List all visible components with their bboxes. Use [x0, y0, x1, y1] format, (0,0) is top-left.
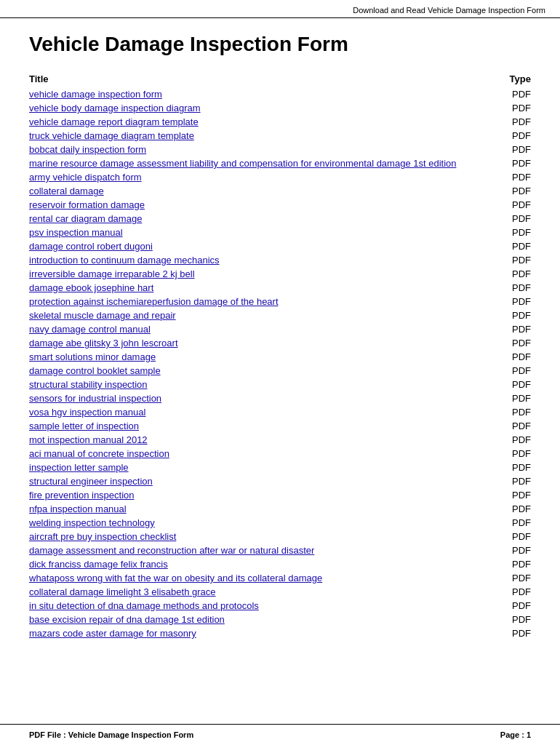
result-link[interactable]: collateral damage limelight 3 elisabeth …: [29, 586, 216, 597]
table-cell-type: PDF: [502, 378, 531, 391]
result-link[interactable]: nfpa inspection manual: [29, 503, 127, 514]
footer: PDF File : Vehicle Damage Inspection For…: [0, 724, 560, 745]
table-cell-title: mazars code aster damage for masonry: [29, 626, 502, 640]
result-link[interactable]: mot inspection manual 2012: [29, 434, 148, 445]
result-link[interactable]: irreversible damage irreparable 2 kj bel…: [29, 268, 195, 279]
result-link[interactable]: damage abe glitsky 3 john lescroart: [29, 338, 178, 348]
table-row: psv inspection manualPDF: [29, 226, 531, 239]
result-link[interactable]: whataposs wrong with fat the war on obes…: [29, 573, 322, 583]
table-row: damage ebook josephine hartPDF: [29, 281, 531, 295]
result-link[interactable]: sensors for industrial inspection: [29, 393, 161, 404]
table-cell-type: PDF: [502, 599, 531, 613]
results-table: Title Type vehicle damage inspection for…: [29, 71, 531, 640]
table-cell-type: PDF: [502, 198, 531, 212]
table-cell-type: PDF: [502, 295, 531, 308]
table-cell-type: PDF: [502, 474, 531, 488]
table-cell-title: introduction to continuum damage mechani…: [29, 253, 502, 267]
result-link[interactable]: collateral damage: [29, 186, 104, 196]
table-cell-title: damage ebook josephine hart: [29, 281, 502, 295]
table-cell-title: protection against ischemiareperfusion d…: [29, 295, 502, 308]
result-link[interactable]: welding inspection technology: [29, 517, 155, 528]
table-row: aircraft pre buy inspection checklistPDF: [29, 530, 531, 543]
table-cell-title: whataposs wrong with fat the war on obes…: [29, 571, 502, 585]
table-cell-type: PDF: [502, 557, 531, 571]
result-link[interactable]: army vehicle dispatch form: [29, 172, 142, 183]
table-cell-type: PDF: [502, 516, 531, 530]
result-link[interactable]: sample letter of inspection: [29, 421, 139, 431]
result-link[interactable]: marine resource damage assessment liabil…: [29, 158, 456, 169]
table-row: collateral damage limelight 3 elisabeth …: [29, 585, 531, 599]
result-link[interactable]: navy damage control manual: [29, 324, 151, 335]
result-link[interactable]: fire prevention inspection: [29, 490, 135, 501]
table-cell-type: PDF: [502, 336, 531, 350]
table-row: smart solutions minor damagePDF: [29, 350, 531, 364]
table-cell-title: navy damage control manual: [29, 322, 502, 336]
table-cell-title: sample letter of inspection: [29, 419, 502, 433]
table-cell-title: structural engineer inspection: [29, 474, 502, 488]
result-link[interactable]: smart solutions minor damage: [29, 351, 156, 362]
table-cell-title: reservoir formation damage: [29, 198, 502, 212]
result-link[interactable]: reservoir formation damage: [29, 199, 145, 210]
table-row: fire prevention inspectionPDF: [29, 488, 531, 502]
table-cell-title: fire prevention inspection: [29, 488, 502, 502]
table-row: protection against ischemiareperfusion d…: [29, 295, 531, 308]
table-row: in situ detection of dna damage methods …: [29, 599, 531, 613]
table-cell-type: PDF: [502, 184, 531, 198]
table-cell-title: army vehicle dispatch form: [29, 170, 502, 184]
table-row: rental car diagram damagePDF: [29, 212, 531, 226]
table-cell-type: PDF: [502, 281, 531, 295]
table-row: irreversible damage irreparable 2 kj bel…: [29, 267, 531, 281]
table-row: mot inspection manual 2012PDF: [29, 433, 531, 447]
table-cell-type: PDF: [502, 585, 531, 599]
table-row: inspection letter samplePDF: [29, 461, 531, 474]
table-cell-title: structural stability inspection: [29, 378, 502, 391]
result-link[interactable]: dick franciss damage felix francis: [29, 559, 168, 570]
result-link[interactable]: damage control robert dugoni: [29, 241, 153, 252]
result-link[interactable]: structural stability inspection: [29, 379, 148, 390]
result-link[interactable]: mazars code aster damage for masonry: [29, 628, 196, 639]
table-cell-type: PDF: [502, 502, 531, 516]
table-cell-title: psv inspection manual: [29, 226, 502, 239]
table-cell-title: skeletal muscle damage and repair: [29, 308, 502, 322]
table-cell-title: vehicle damage inspection form: [29, 87, 502, 101]
col-header-title: Title: [29, 71, 502, 87]
table-cell-title: truck vehicle damage diagram template: [29, 129, 502, 143]
table-row: structural engineer inspectionPDF: [29, 474, 531, 488]
result-link[interactable]: in situ detection of dna damage methods …: [29, 600, 259, 611]
result-link[interactable]: structural engineer inspection: [29, 476, 153, 487]
table-cell-type: PDF: [502, 419, 531, 433]
table-row: welding inspection technologyPDF: [29, 516, 531, 530]
table-cell-title: inspection letter sample: [29, 461, 502, 474]
table-cell-title: damage abe glitsky 3 john lescroart: [29, 336, 502, 350]
result-link[interactable]: psv inspection manual: [29, 227, 123, 238]
table-cell-type: PDF: [502, 613, 531, 626]
result-link[interactable]: aci manual of concrete inspection: [29, 448, 169, 459]
table-cell-type: PDF: [502, 267, 531, 281]
result-link[interactable]: bobcat daily inspection form: [29, 144, 146, 155]
result-link[interactable]: vehicle damage report diagram template: [29, 116, 199, 127]
result-link[interactable]: truck vehicle damage diagram template: [29, 130, 194, 141]
result-link[interactable]: vehicle damage inspection form: [29, 89, 162, 100]
result-link[interactable]: introduction to continuum damage mechani…: [29, 255, 220, 266]
result-link[interactable]: base excision repair of dna damage 1st e…: [29, 614, 225, 625]
table-cell-type: PDF: [502, 239, 531, 253]
table-row: reservoir formation damagePDF: [29, 198, 531, 212]
table-row: damage assessment and reconstruction aft…: [29, 543, 531, 557]
table-cell-title: mot inspection manual 2012: [29, 433, 502, 447]
result-link[interactable]: damage control booklet sample: [29, 365, 161, 376]
table-cell-title: smart solutions minor damage: [29, 350, 502, 364]
result-link[interactable]: protection against ischemiareperfusion d…: [29, 296, 279, 307]
table-cell-type: PDF: [502, 253, 531, 267]
table-cell-type: PDF: [502, 115, 531, 129]
table-cell-type: PDF: [502, 543, 531, 557]
table-cell-title: irreversible damage irreparable 2 kj bel…: [29, 267, 502, 281]
result-link[interactable]: damage assessment and reconstruction aft…: [29, 545, 314, 556]
result-link[interactable]: inspection letter sample: [29, 462, 129, 473]
result-link[interactable]: skeletal muscle damage and repair: [29, 310, 176, 321]
table-row: truck vehicle damage diagram templatePDF: [29, 129, 531, 143]
result-link[interactable]: rental car diagram damage: [29, 213, 142, 224]
result-link[interactable]: vosa hgv inspection manual: [29, 407, 145, 418]
result-link[interactable]: aircraft pre buy inspection checklist: [29, 531, 176, 542]
result-link[interactable]: vehicle body damage inspection diagram: [29, 103, 201, 113]
result-link[interactable]: damage ebook josephine hart: [29, 282, 153, 293]
